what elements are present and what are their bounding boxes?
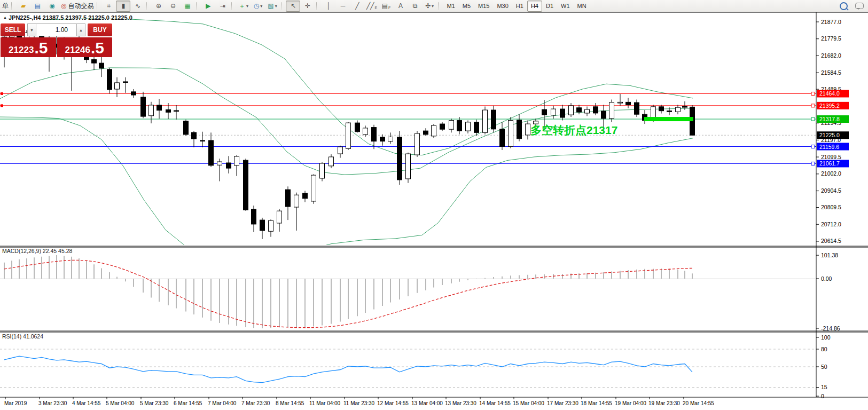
trendline-icon[interactable]: ╱ — [350, 1, 364, 12]
timeframe-button-mn[interactable]: MN — [574, 1, 590, 12]
dropdown-caret-icon[interactable]: ▾ — [260, 4, 262, 9]
candle-body — [593, 107, 598, 113]
candle-body — [466, 122, 471, 131]
sell-button[interactable]: SELL — [1, 23, 25, 36]
zoom-in-icon[interactable]: ⊕ — [151, 1, 166, 12]
time-axis-label: 7 Mar 04:00 — [208, 400, 237, 406]
line-endpoint-marker[interactable] — [1, 92, 3, 95]
candle-body — [509, 121, 513, 147]
time-axis-label: 3 Mar 23:30 — [38, 400, 67, 406]
annotation-text[interactable]: 多空转折点21317 — [530, 124, 617, 137]
text-icon[interactable]: A — [393, 1, 408, 12]
equidistant-channel-icon[interactable]: ╱╱E — [364, 1, 379, 12]
dropdown-caret-icon[interactable]: ▾ — [246, 4, 248, 9]
timeframe-button-m1[interactable]: M1 — [443, 1, 458, 12]
mt4-window: { "toolbar": { "left_text": "单", "autotr… — [0, 0, 868, 410]
time-axis-label: 19 Mar 04:00 — [615, 400, 646, 406]
candle-body — [601, 111, 606, 119]
line-chart-icon: ∿ — [135, 3, 140, 9]
signal-icon: ◉ — [49, 3, 54, 9]
new-order-icon[interactable]: ＋▾ — [236, 1, 251, 12]
timeframe-button-h4[interactable]: H4 — [527, 1, 542, 12]
timeframe-button-w1[interactable]: W1 — [557, 1, 574, 12]
chart-shift-icon[interactable]: ⇥ — [215, 1, 230, 12]
timeframe-button-m5[interactable]: M5 — [459, 1, 474, 12]
dropdown-caret-icon[interactable]: ▾ — [432, 4, 434, 9]
candle-body — [149, 105, 154, 116]
chart-shift-icon: ⇥ — [220, 3, 225, 9]
candle-body — [329, 157, 334, 166]
chat-icon[interactable] — [855, 3, 864, 9]
toolbar-group-cursor: ↖✛ — [286, 0, 315, 12]
text-label-icon[interactable]: ⧉ — [408, 1, 422, 12]
candlestick-chart-icon[interactable]: ▮ — [116, 1, 130, 12]
candle-body — [440, 124, 445, 129]
price-axis-label: 20809.5 — [821, 204, 841, 210]
search-icon[interactable] — [840, 2, 848, 10]
auto-scroll-icon: ▶ — [206, 3, 210, 9]
crosshair-icon[interactable]: ✛ — [300, 1, 315, 12]
buy-price-display[interactable]: 21246.5 — [57, 37, 113, 57]
tile-windows-icon: ▦ — [184, 3, 190, 9]
tile-windows-icon[interactable]: ▦ — [180, 1, 194, 12]
text-label-icon: ⧉ — [413, 3, 418, 9]
terminal-icon[interactable]: ▤ — [30, 1, 45, 12]
toolbar-separator — [11, 2, 14, 10]
arrows-icon[interactable]: ✣▾ — [422, 1, 436, 12]
timeframe-button-d1[interactable]: D1 — [542, 1, 557, 12]
macd-axis-label: 101.38 — [821, 252, 838, 258]
toolbar-separator — [97, 2, 99, 10]
signal-icon[interactable]: ◉ — [45, 1, 59, 12]
gold-icon[interactable]: ▰ — [16, 1, 30, 12]
timeframe-button-m30[interactable]: M30 — [493, 1, 512, 12]
level-price-label: 21464.0 — [819, 90, 840, 97]
line-endpoint-marker[interactable] — [811, 117, 815, 121]
horizontal-line-icon[interactable]: ─ — [335, 1, 350, 12]
volume-input[interactable]: 1.00 — [36, 23, 76, 36]
new-order-text[interactable]: 单 — [1, 2, 10, 11]
volume-decrease-button[interactable]: ▼ — [27, 23, 36, 36]
chart-symbol-header: ▲JPN225-,H4 21387.5 21397.5 21225.0 2122… — [3, 14, 132, 21]
timeframe-button-h1[interactable]: H1 — [512, 1, 527, 12]
toolbar-group-zoom: ⊕⊖▦ — [151, 0, 194, 12]
timeframe-button-m15[interactable]: M15 — [474, 1, 493, 12]
time-axis-label: 13 Mar 04:00 — [411, 400, 443, 406]
time-axis-label: 11 Mar 23:30 — [343, 400, 375, 406]
candle-body — [123, 82, 128, 83]
cursor-icon[interactable]: ↖ — [286, 1, 300, 12]
line-chart-icon[interactable]: ∿ — [130, 1, 145, 12]
candle-body — [311, 175, 316, 201]
symbol-marker-icon[interactable]: ▲ — [3, 15, 7, 19]
chart-canvas[interactable]: 多空转折点2131721877.021779.521682.021584.521… — [0, 0, 868, 410]
sell-price-display[interactable]: 21223.5 — [1, 37, 56, 57]
vertical-line-icon[interactable]: │ — [321, 1, 335, 12]
buy-button[interactable]: BUY — [88, 23, 112, 36]
dropdown-caret-icon[interactable]: ▾ — [275, 4, 277, 9]
fibonacci-icon[interactable]: ▤F — [379, 1, 393, 12]
candle-body — [107, 69, 112, 90]
rsi-axis-label: 0 — [821, 393, 824, 399]
line-endpoint-marker[interactable] — [811, 162, 815, 165]
text-icon: A — [398, 3, 403, 9]
new-order-icon: ＋ — [239, 3, 245, 9]
template-icon[interactable]: ▧▾ — [265, 1, 279, 12]
zoom-out-icon[interactable]: ⊖ — [166, 1, 180, 12]
period-clock-icon[interactable]: ◷▾ — [251, 1, 265, 12]
line-endpoint-marker[interactable] — [811, 145, 815, 148]
arrows-icon: ✣ — [425, 3, 431, 9]
green-highlight-box[interactable] — [644, 117, 693, 121]
autotrade-button[interactable]: ◎自动交易 — [59, 1, 95, 12]
volume-increase-button[interactable]: ▲ — [76, 23, 85, 36]
level-price-label: 21395.2 — [819, 102, 840, 109]
auto-scroll-icon[interactable]: ▶ — [201, 1, 215, 12]
bar-chart-icon[interactable]: ⌗ — [101, 1, 116, 12]
toolbar-separator — [281, 2, 284, 10]
line-endpoint-marker[interactable] — [1, 104, 3, 107]
candle-body — [200, 140, 205, 141]
sell-price-main: 21223 — [9, 45, 34, 54]
vertical-line-icon: │ — [326, 3, 331, 9]
candle-body — [585, 109, 590, 113]
line-endpoint-marker[interactable] — [811, 92, 815, 95]
toolbar-right — [840, 2, 867, 10]
line-endpoint-marker[interactable] — [811, 104, 815, 107]
